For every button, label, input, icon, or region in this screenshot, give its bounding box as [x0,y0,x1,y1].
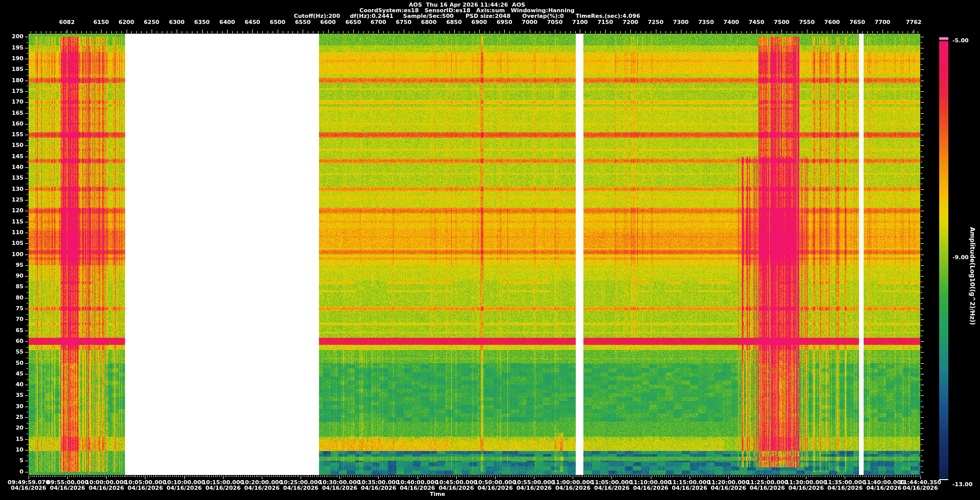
top-axis-tick-label: 7550 [799,19,815,25]
top-axis-tick-label: 6082 [59,19,75,25]
colorbar-tick-label: -5.00 [952,38,969,43]
time-axis-tick-label: 09:49:59.070 04/16/2026 [8,480,50,491]
time-axis-tick-label: 11:15:00.000 04/16/2026 [669,480,710,491]
top-axis-tick-label: 7150 [597,19,613,25]
top-axis-tick-label: 6850 [446,19,462,25]
time-axis-tick-label: 10:20:00.000 04/16/2026 [241,480,283,491]
colorbar-tick-label: -9.00 [952,255,969,260]
freq-axis-tick-label: 120 [0,208,23,213]
top-axis-tick-label: 7300 [673,19,689,25]
time-axis-tick-label: 11:00:00.000 04/16/2026 [552,480,594,491]
freq-axis-tick-label: 40 [0,382,23,387]
freq-axis-tick-label: 110 [0,230,23,235]
top-axis-tick-label: 6400 [219,19,235,25]
freq-axis-tick-label: 140 [0,164,23,170]
colorbar-tick-label: -13.00 [952,482,972,487]
freq-axis-tick-label: 200 [0,34,23,39]
freq-axis-tick-label: 155 [0,132,23,137]
time-axis-tick-label: 11:25:00.000 04/16/2026 [746,480,788,491]
time-axis-tick-label: 10:00:00.000 04/16/2026 [86,480,128,491]
top-axis-tick-label: 7600 [824,19,840,25]
top-axis-tick-label: 6900 [472,19,487,25]
time-axis-tick-label: 10:45:00.000 04/16/2026 [435,480,477,491]
top-axis-tick-label: 7200 [623,19,639,25]
freq-axis-tick-label: 55 [0,349,23,355]
top-axis-tick-label: 7000 [522,19,537,25]
freq-axis-tick-label: 195 [0,45,23,51]
freq-axis-tick-label: 5 [0,458,23,463]
freq-axis-tick-label: 85 [0,284,23,289]
freq-axis-tick-label: 90 [0,273,23,279]
freq-axis-tick-label: 190 [0,56,23,61]
freq-axis-tick-label: 180 [0,78,23,83]
freq-axis-tick-label: 0 [0,469,23,474]
freq-axis-tick-label: 105 [0,240,23,246]
axis-labels-layer: 6082615062006250630063506400645065006550… [0,0,980,500]
top-axis-tick-label: 6150 [93,19,109,25]
top-axis-tick-label: 6350 [194,19,210,25]
freq-axis-tick-label: 50 [0,360,23,366]
freq-axis-tick-label: 135 [0,175,23,181]
freq-axis-tick-label: 30 [0,404,23,409]
freq-axis-tick-label: 125 [0,197,23,203]
freq-axis-tick-label: 20 [0,425,23,431]
time-axis-tick-label: 10:10:00.000 04/16/2026 [163,480,205,491]
freq-axis-tick-label: 130 [0,186,23,192]
top-axis-tick-label: 7500 [774,19,790,25]
freq-axis-tick-label: 65 [0,328,23,333]
aos-spectrogram-window: AOS Thu 16 Apr 2026 11:44:26 AOS CoordSy… [0,0,980,500]
freq-axis-tick-label: 75 [0,306,23,311]
time-axis-tick-label: 10:05:00.000 04/16/2026 [125,480,166,491]
top-axis-tick-label: 6800 [421,19,437,25]
top-axis-tick-label: 6500 [270,19,286,25]
freq-axis-tick-label: 145 [0,154,23,159]
freq-axis-tick-label: 150 [0,142,23,148]
time-axis-tick-label: 11:44:40.350 04/16/2026 [899,480,941,491]
top-axis-tick-label: 6450 [244,19,260,25]
top-axis-tick-label: 7100 [572,19,588,25]
top-axis-tick-label: 6200 [118,19,134,25]
freq-axis-tick-label: 165 [0,110,23,116]
time-axis-title: Time [430,491,445,497]
freq-axis-tick-label: 35 [0,392,23,398]
top-axis-tick-label: 6250 [144,19,160,25]
top-axis-tick-label: 7762 [906,19,922,25]
time-axis-tick-label: 10:30:00.000 04/16/2026 [319,480,361,491]
freq-axis-tick-label: 25 [0,414,23,420]
time-axis-tick-label: 11:40:00.000 04/16/2026 [863,480,905,491]
colorbar-axis-title: Amplitude(Log10((g^2)/Hz)) [969,227,976,325]
freq-axis-tick-label: 115 [0,219,23,224]
time-axis-tick-label: 11:20:00.000 04/16/2026 [707,480,749,491]
time-axis-tick-label: 11:30:00.000 04/16/2026 [786,480,827,491]
freq-axis-tick-label: 60 [0,338,23,344]
time-axis-tick-label: 10:40:00.000 04/16/2026 [397,480,438,491]
freq-axis-tick-label: 10 [0,447,23,453]
top-axis-tick-label: 6300 [169,19,185,25]
top-axis-tick-label: 7250 [648,19,664,25]
top-axis-tick-label: 6550 [295,19,311,25]
top-axis-tick-label: 6600 [320,19,336,25]
freq-axis-tick-label: 185 [0,66,23,72]
freq-axis-tick-label: 100 [0,252,23,257]
top-axis-tick-label: 6750 [396,19,411,25]
freq-axis-tick-label: 45 [0,371,23,377]
top-axis-tick-label: 7400 [723,19,739,25]
freq-axis-tick-label: 175 [0,88,23,94]
time-axis-tick-label: 10:15:00.000 04/16/2026 [202,480,244,491]
time-axis-tick-label: 11:05:00.000 04/16/2026 [591,480,633,491]
time-axis-tick-label: 10:35:00.000 04/16/2026 [358,480,400,491]
top-axis-tick-label: 6650 [346,19,361,25]
top-axis-tick-label: 7050 [547,19,563,25]
time-axis-tick-label: 10:25:00.000 04/16/2026 [280,480,322,491]
freq-axis-tick-label: 80 [0,295,23,301]
time-axis-tick-label: 10:55:00.000 04/16/2026 [513,480,555,491]
top-axis-tick-label: 6700 [371,19,386,25]
time-axis-tick-label: 10:50:00.000 04/16/2026 [474,480,516,491]
freq-axis-tick-label: 15 [0,436,23,442]
freq-axis-tick-label: 95 [0,262,23,268]
top-axis-tick-label: 7450 [749,19,765,25]
top-axis-tick-label: 7700 [875,19,891,25]
time-axis-tick-label: 11:10:00.000 04/16/2026 [630,480,672,491]
time-axis-tick-label: 11:35:00.000 04/16/2026 [824,480,866,491]
top-axis-tick-label: 7650 [849,19,865,25]
